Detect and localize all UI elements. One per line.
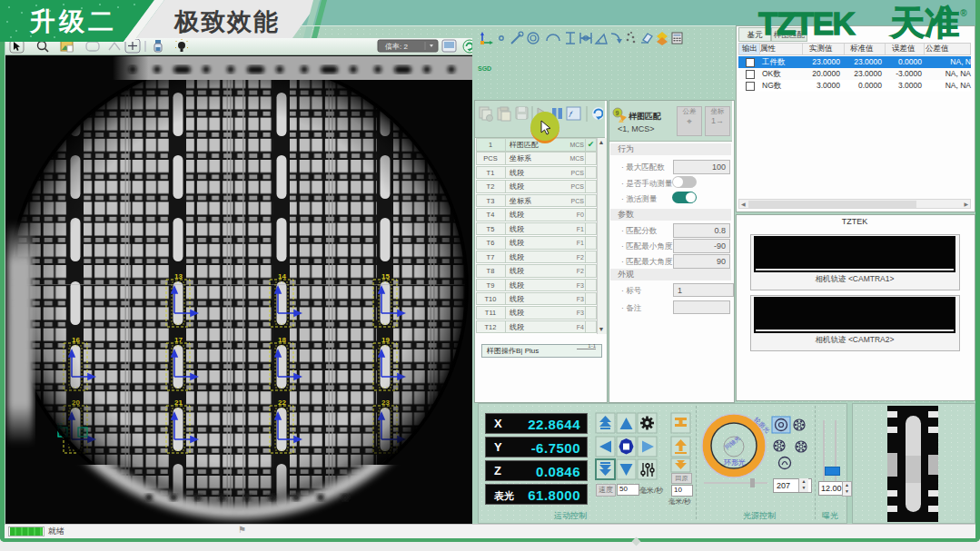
svg-text:倍率: 2: 倍率: 2 [385, 43, 408, 51]
svg-text:9: 9 [616, 110, 619, 116]
svg-text:环形光: 环形光 [723, 458, 746, 467]
svg-text:极致效能: 极致效能 [173, 8, 280, 35]
svg-text:升级二: 升级二 [29, 7, 117, 35]
